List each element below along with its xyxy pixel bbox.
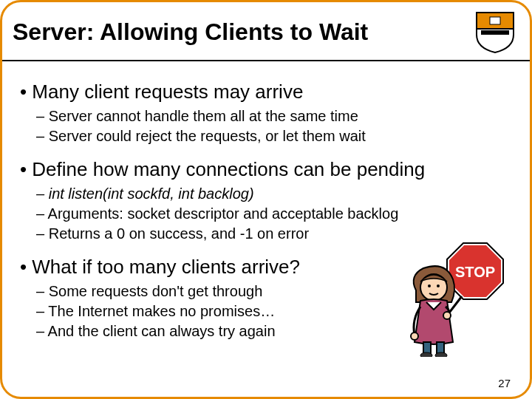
girl-icon [411,266,454,357]
svg-point-9 [443,312,451,319]
bullet-1: Many client requests may arrive [20,81,515,103]
stop-sign-icon: STOP [447,243,503,299]
svg-rect-1 [481,30,509,35]
title-row: Server: Allowing Clients to Wait [2,2,530,61]
stop-sign-girl-illustration: STOP [394,239,505,357]
page-number: 27 [498,377,511,389]
bullet-2: Define how many connections can be pendi… [20,158,515,181]
svg-rect-0 [490,17,500,24]
svg-point-7 [437,284,440,287]
bullet-1-sub-1: Server cannot handle them all at the sam… [36,106,515,126]
svg-point-8 [411,332,418,340]
princeton-shield-icon [475,10,515,54]
svg-point-13 [435,352,447,357]
bullet-2-sub-2: Arguments: socket descriptor and accepta… [36,204,515,224]
stop-sign-text: STOP [455,264,495,280]
slide-title: Server: Allowing Clients to Wait [13,18,368,46]
slide: Server: Allowing Clients to Wait Many cl… [0,0,532,399]
svg-point-12 [420,352,432,357]
bullet-1-sub-2: Server could reject the requests, or let… [36,126,515,146]
svg-point-6 [428,284,431,287]
bullet-2-sub-1: int listen(int sockfd, int backlog) [36,184,515,204]
